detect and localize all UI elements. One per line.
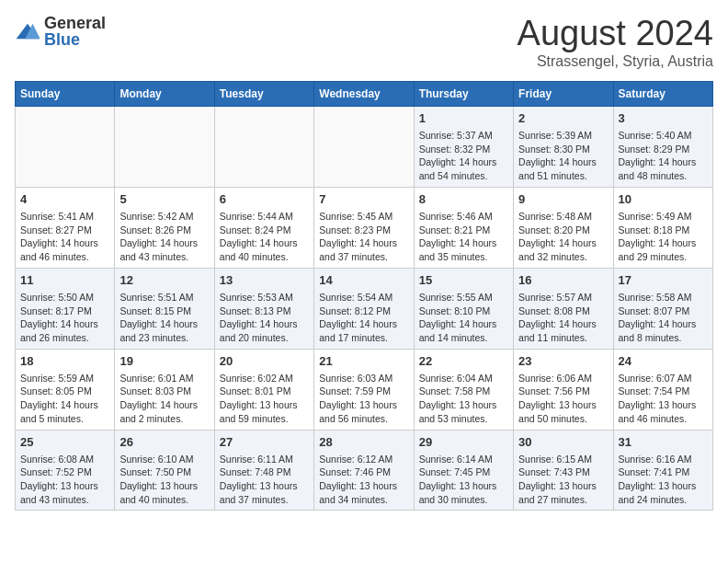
cell-content: Sunrise: 5:59 AM Sunset: 8:05 PM Dayligh… — [20, 372, 109, 426]
cell-content: Sunrise: 5:58 AM Sunset: 8:07 PM Dayligh… — [619, 291, 708, 345]
cell-content: Sunrise: 5:46 AM Sunset: 8:21 PM Dayligh… — [419, 210, 508, 264]
day-number: 20 — [220, 353, 309, 370]
day-number: 3 — [619, 110, 708, 127]
day-number: 10 — [619, 191, 708, 208]
calendar-cell: 7Sunrise: 5:45 AM Sunset: 8:23 PM Daylig… — [314, 187, 414, 268]
calendar-cell: 27Sunrise: 6:11 AM Sunset: 7:48 PM Dayli… — [214, 430, 313, 511]
day-number: 28 — [319, 434, 408, 451]
day-number: 9 — [518, 191, 608, 208]
calendar-cell — [214, 106, 313, 187]
calendar-cell: 3Sunrise: 5:40 AM Sunset: 8:29 PM Daylig… — [613, 106, 712, 187]
col-header-sunday: Sunday — [16, 81, 115, 106]
day-number: 27 — [220, 434, 309, 451]
col-header-tuesday: Tuesday — [214, 81, 313, 106]
cell-content: Sunrise: 6:16 AM Sunset: 7:41 PM Dayligh… — [619, 453, 708, 507]
calendar-week-row: 18Sunrise: 5:59 AM Sunset: 8:05 PM Dayli… — [16, 349, 713, 430]
title-area: August 2024 Strassengel, Styria, Austria — [518, 15, 713, 70]
day-number: 21 — [319, 353, 408, 370]
cell-content: Sunrise: 5:53 AM Sunset: 8:13 PM Dayligh… — [220, 291, 309, 345]
cell-content: Sunrise: 6:14 AM Sunset: 7:45 PM Dayligh… — [419, 453, 508, 507]
cell-content: Sunrise: 6:03 AM Sunset: 7:59 PM Dayligh… — [319, 372, 408, 426]
day-number: 5 — [119, 191, 209, 208]
main-title: August 2024 — [518, 15, 713, 53]
day-number: 7 — [319, 191, 408, 208]
day-number: 22 — [419, 353, 508, 370]
calendar-week-row: 4Sunrise: 5:41 AM Sunset: 8:27 PM Daylig… — [16, 187, 713, 268]
day-number: 13 — [220, 272, 309, 289]
calendar-cell: 9Sunrise: 5:48 AM Sunset: 8:20 PM Daylig… — [514, 187, 613, 268]
calendar-cell: 2Sunrise: 5:39 AM Sunset: 8:30 PM Daylig… — [514, 106, 613, 187]
cell-content: Sunrise: 6:07 AM Sunset: 7:54 PM Dayligh… — [619, 372, 708, 426]
calendar-cell: 11Sunrise: 5:50 AM Sunset: 8:17 PM Dayli… — [16, 268, 115, 349]
day-number: 8 — [419, 191, 508, 208]
day-number: 14 — [319, 272, 408, 289]
calendar-week-row: 25Sunrise: 6:08 AM Sunset: 7:52 PM Dayli… — [16, 430, 713, 511]
col-header-thursday: Thursday — [414, 81, 513, 106]
calendar-cell: 1Sunrise: 5:37 AM Sunset: 8:32 PM Daylig… — [414, 106, 513, 187]
cell-content: Sunrise: 6:15 AM Sunset: 7:43 PM Dayligh… — [518, 453, 608, 507]
calendar-week-row: 1Sunrise: 5:37 AM Sunset: 8:32 PM Daylig… — [16, 106, 713, 187]
calendar-cell: 13Sunrise: 5:53 AM Sunset: 8:13 PM Dayli… — [214, 268, 313, 349]
cell-content: Sunrise: 5:57 AM Sunset: 8:08 PM Dayligh… — [518, 291, 608, 345]
calendar-cell: 29Sunrise: 6:14 AM Sunset: 7:45 PM Dayli… — [414, 430, 513, 511]
calendar-header-row: SundayMondayTuesdayWednesdayThursdayFrid… — [16, 81, 713, 106]
logo-text-general: General — [44, 14, 106, 32]
calendar-cell: 12Sunrise: 5:51 AM Sunset: 8:15 PM Dayli… — [115, 268, 214, 349]
cell-content: Sunrise: 6:01 AM Sunset: 8:03 PM Dayligh… — [119, 372, 209, 426]
day-number: 16 — [518, 272, 608, 289]
logo: General Blue — [15, 15, 106, 48]
calendar-cell: 31Sunrise: 6:16 AM Sunset: 7:41 PM Dayli… — [613, 430, 712, 511]
cell-content: Sunrise: 5:39 AM Sunset: 8:30 PM Dayligh… — [518, 129, 608, 183]
cell-content: Sunrise: 5:51 AM Sunset: 8:15 PM Dayligh… — [119, 291, 209, 345]
calendar-cell — [314, 106, 414, 187]
day-number: 25 — [20, 434, 109, 451]
calendar-cell: 5Sunrise: 5:42 AM Sunset: 8:26 PM Daylig… — [115, 187, 214, 268]
calendar-cell: 15Sunrise: 5:55 AM Sunset: 8:10 PM Dayli… — [414, 268, 513, 349]
calendar-cell: 28Sunrise: 6:12 AM Sunset: 7:46 PM Dayli… — [314, 430, 414, 511]
calendar-cell: 23Sunrise: 6:06 AM Sunset: 7:56 PM Dayli… — [514, 349, 613, 430]
calendar-cell: 20Sunrise: 6:02 AM Sunset: 8:01 PM Dayli… — [214, 349, 313, 430]
day-number: 12 — [119, 272, 209, 289]
logo-text-blue: Blue — [44, 30, 80, 49]
calendar-cell: 26Sunrise: 6:10 AM Sunset: 7:50 PM Dayli… — [115, 430, 214, 511]
cell-content: Sunrise: 5:49 AM Sunset: 8:18 PM Dayligh… — [619, 210, 708, 264]
cell-content: Sunrise: 5:37 AM Sunset: 8:32 PM Dayligh… — [419, 129, 508, 183]
cell-content: Sunrise: 6:06 AM Sunset: 7:56 PM Dayligh… — [518, 372, 608, 426]
day-number: 30 — [518, 434, 608, 451]
day-number: 26 — [119, 434, 209, 451]
day-number: 19 — [119, 353, 209, 370]
calendar-cell: 19Sunrise: 6:01 AM Sunset: 8:03 PM Dayli… — [115, 349, 214, 430]
day-number: 2 — [518, 110, 608, 127]
calendar-cell — [16, 106, 115, 187]
cell-content: Sunrise: 5:50 AM Sunset: 8:17 PM Dayligh… — [20, 291, 109, 345]
day-number: 18 — [20, 353, 109, 370]
calendar-cell: 22Sunrise: 6:04 AM Sunset: 7:58 PM Dayli… — [414, 349, 513, 430]
calendar-cell: 25Sunrise: 6:08 AM Sunset: 7:52 PM Dayli… — [16, 430, 115, 511]
cell-content: Sunrise: 6:11 AM Sunset: 7:48 PM Dayligh… — [220, 453, 309, 507]
col-header-wednesday: Wednesday — [314, 81, 414, 106]
subtitle: Strassengel, Styria, Austria — [518, 53, 713, 70]
cell-content: Sunrise: 5:54 AM Sunset: 8:12 PM Dayligh… — [319, 291, 408, 345]
day-number: 23 — [518, 353, 608, 370]
col-header-saturday: Saturday — [613, 81, 712, 106]
calendar-cell: 4Sunrise: 5:41 AM Sunset: 8:27 PM Daylig… — [16, 187, 115, 268]
calendar-cell: 16Sunrise: 5:57 AM Sunset: 8:08 PM Dayli… — [514, 268, 613, 349]
calendar-cell: 17Sunrise: 5:58 AM Sunset: 8:07 PM Dayli… — [613, 268, 712, 349]
cell-content: Sunrise: 6:12 AM Sunset: 7:46 PM Dayligh… — [319, 453, 408, 507]
cell-content: Sunrise: 5:44 AM Sunset: 8:24 PM Dayligh… — [220, 210, 309, 264]
calendar-cell: 21Sunrise: 6:03 AM Sunset: 7:59 PM Dayli… — [314, 349, 414, 430]
day-number: 17 — [619, 272, 708, 289]
cell-content: Sunrise: 5:40 AM Sunset: 8:29 PM Dayligh… — [619, 129, 708, 183]
col-header-friday: Friday — [514, 81, 613, 106]
cell-content: Sunrise: 6:08 AM Sunset: 7:52 PM Dayligh… — [20, 453, 109, 507]
logo-icon — [15, 21, 40, 41]
col-header-monday: Monday — [115, 81, 214, 106]
calendar-cell: 30Sunrise: 6:15 AM Sunset: 7:43 PM Dayli… — [514, 430, 613, 511]
calendar-cell: 10Sunrise: 5:49 AM Sunset: 8:18 PM Dayli… — [613, 187, 712, 268]
header: General Blue August 2024 Strassengel, St… — [15, 15, 713, 70]
cell-content: Sunrise: 5:55 AM Sunset: 8:10 PM Dayligh… — [419, 291, 508, 345]
cell-content: Sunrise: 6:02 AM Sunset: 8:01 PM Dayligh… — [220, 372, 309, 426]
day-number: 1 — [419, 110, 508, 127]
day-number: 31 — [619, 434, 708, 451]
cell-content: Sunrise: 5:42 AM Sunset: 8:26 PM Dayligh… — [119, 210, 209, 264]
